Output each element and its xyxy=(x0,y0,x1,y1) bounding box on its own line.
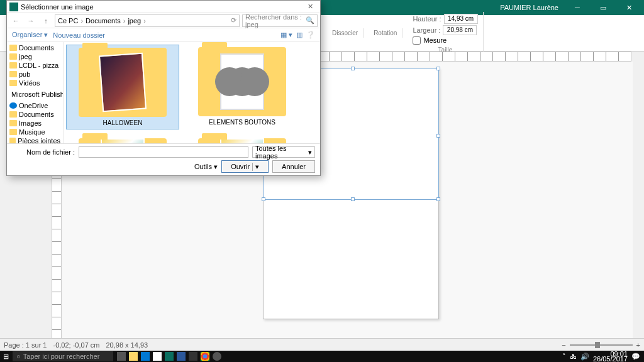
outils-dropdown[interactable]: Outils ▾ xyxy=(194,163,218,171)
app-icon-2[interactable] xyxy=(211,351,223,362)
file-open-dialog: Sélectionner une image ✕ ← → ↑ Ce PC › D… xyxy=(6,0,321,176)
notifications-icon[interactable]: 💬 xyxy=(631,353,640,361)
tree-lcdl[interactable]: LCDL - pizza xyxy=(8,61,62,70)
tree-videos[interactable]: Vidéos xyxy=(8,79,62,87)
tree-od-musique[interactable]: Musique xyxy=(8,128,62,136)
zoom-slider[interactable] xyxy=(570,344,633,346)
dialog-title: Sélectionner une image xyxy=(21,3,303,11)
new-folder-button[interactable]: Nouveau dossier xyxy=(53,31,105,39)
store-icon[interactable] xyxy=(152,351,163,362)
dialog-toolbar: Organiser ▾ Nouveau dossier ▦ ▾ ▥ ❔ xyxy=(7,28,320,42)
hauteur-input[interactable] xyxy=(444,14,478,24)
bc-documents[interactable]: Documents xyxy=(86,17,121,25)
file-explorer-icon[interactable] xyxy=(128,351,139,362)
minimize-button[interactable]: ─ xyxy=(565,0,590,15)
back-button[interactable]: ← xyxy=(9,14,22,27)
folder-icon xyxy=(198,47,286,116)
mesure-checkbox[interactable] xyxy=(413,36,421,45)
status-dims: 20,98 x 14,93 xyxy=(106,341,148,349)
folder-partial-1[interactable] xyxy=(66,136,179,143)
start-button[interactable]: ⊞ xyxy=(0,351,11,362)
bc-root[interactable]: Ce PC xyxy=(58,17,78,25)
cancel-button[interactable]: Annuler xyxy=(272,160,315,173)
maximize-button[interactable]: ▭ xyxy=(591,0,616,15)
folder-halloween[interactable]: HALLOWEEN xyxy=(66,45,179,129)
ribbon-rotation[interactable]: Rotation xyxy=(374,30,397,36)
word-icon[interactable] xyxy=(175,351,187,362)
taskbar-clock[interactable]: 09:01 26/05/2017 xyxy=(593,351,628,361)
volume-icon[interactable]: 🔊 xyxy=(580,353,589,361)
search-icon: 🔍 xyxy=(306,16,314,25)
ribbon-dissocier[interactable]: Dissocier xyxy=(332,30,358,36)
search-input[interactable]: Rechercher dans : jpeg 🔍 xyxy=(242,14,318,27)
folder-icon xyxy=(198,138,286,143)
folder-partial-2[interactable] xyxy=(186,136,299,143)
dialog-nav: ← → ↑ Ce PC › Documents › jpeg › ⟳ Reche… xyxy=(7,13,320,28)
dialog-file-list[interactable]: HALLOWEEN ELEMENTS BOUTONS xyxy=(64,42,320,143)
windows-taskbar: ⊞ ○ Taper ici pour rechercher ˄ 🖧 🔊 09:0… xyxy=(0,351,644,362)
app-icon[interactable] xyxy=(187,351,199,362)
tray-chevron-icon[interactable]: ˄ xyxy=(562,353,566,361)
zoom-minus-icon[interactable]: − xyxy=(562,341,565,349)
preview-pane-button[interactable]: ▥ xyxy=(296,31,303,39)
forward-button[interactable]: → xyxy=(25,14,37,27)
tree-onedrive[interactable]: OneDrive xyxy=(8,101,62,110)
chevron-right-icon: › xyxy=(80,17,83,25)
chrome-icon[interactable] xyxy=(199,351,211,362)
publisher-taskbar-icon[interactable] xyxy=(164,351,175,362)
publisher-icon xyxy=(9,3,18,11)
tree-ms-publish[interactable]: Microsoft Publish xyxy=(8,90,62,99)
tree-od-docs[interactable]: Documents xyxy=(8,110,62,119)
open-button[interactable]: Ouvrir ▾ xyxy=(221,160,269,173)
folder-elements-boutons[interactable]: ELEMENTS BOUTONS xyxy=(186,45,299,129)
edge-icon[interactable] xyxy=(140,351,151,362)
folder-icon xyxy=(79,138,167,143)
view-options-button[interactable]: ▦ ▾ xyxy=(280,31,292,39)
close-button[interactable]: ✕ xyxy=(616,0,641,15)
tree-od-images[interactable]: Images xyxy=(8,119,62,128)
bc-jpeg[interactable]: jpeg xyxy=(128,17,141,25)
filename-input[interactable] xyxy=(79,146,248,158)
largeur-input[interactable] xyxy=(443,25,477,35)
folder-label: ELEMENTS BOUTONS xyxy=(209,119,275,126)
publisher-statusbar: Page : 1 sur 1 -0,02; -0,07 cm 20,98 x 1… xyxy=(0,338,644,351)
folder-icon xyxy=(79,48,167,117)
folder-tree[interactable]: Documents jpeg LCDL - pizza pub Vidéos M… xyxy=(7,42,64,143)
chevron-down-icon: ▾ xyxy=(308,148,312,156)
filename-label: Nom de fichier : xyxy=(12,148,75,156)
hauteur-label: Hauteur : xyxy=(413,15,441,23)
tree-pub[interactable]: pub xyxy=(8,70,62,79)
up-button[interactable]: ↑ xyxy=(40,14,52,27)
tree-jpeg[interactable]: jpeg xyxy=(8,52,62,61)
status-page: Page : 1 sur 1 xyxy=(4,341,47,349)
mesure-label: Mesure xyxy=(423,36,447,44)
zoom-plus-icon[interactable]: + xyxy=(636,341,640,349)
organise-button[interactable]: Organiser ▾ xyxy=(12,31,48,39)
task-view-icon[interactable] xyxy=(116,351,127,362)
system-tray[interactable]: ˄ 🖧 🔊 09:01 26/05/2017 💬 xyxy=(558,351,644,361)
cortana-icon: ○ xyxy=(16,353,21,360)
file-type-filter[interactable]: Toutes les images▾ xyxy=(252,146,315,158)
folder-label: HALLOWEEN xyxy=(103,119,143,126)
tree-documents[interactable]: Documents xyxy=(8,43,62,52)
chevron-right-icon: › xyxy=(123,17,126,25)
largeur-label: Largeur : xyxy=(413,26,440,34)
status-coords: -0,02; -0,07 cm xyxy=(53,341,100,349)
chevron-right-icon: › xyxy=(143,17,146,25)
help-icon[interactable]: ❔ xyxy=(306,31,315,39)
breadcrumb[interactable]: Ce PC › Documents › jpeg › ⟳ xyxy=(55,14,240,27)
chevron-down-icon[interactable]: ▾ xyxy=(252,163,259,171)
tree-od-pj[interactable]: Pièces jointes xyxy=(8,136,62,143)
taskbar-search[interactable]: ○ Taper ici pour rechercher xyxy=(13,351,113,361)
dialog-close-button[interactable]: ✕ xyxy=(303,3,318,11)
network-icon[interactable]: 🖧 xyxy=(570,353,577,360)
publisher-user: PAUMIER Laurène xyxy=(500,4,558,11)
refresh-icon[interactable]: ⟳ xyxy=(231,16,236,25)
dialog-titlebar: Sélectionner une image ✕ xyxy=(7,1,320,13)
